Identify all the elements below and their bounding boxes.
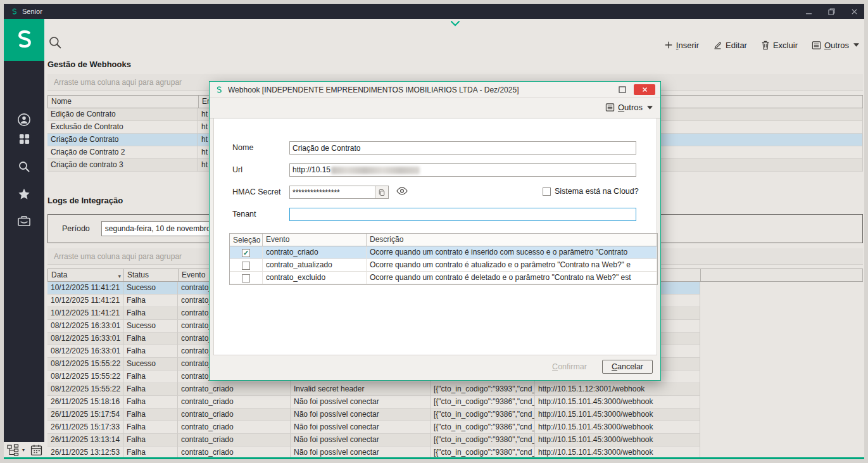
hmac-input[interactable] xyxy=(290,186,375,198)
cloud-checkbox-group: Sistema está na Cloud? xyxy=(543,187,639,196)
column-header-selecao[interactable]: Seleção xyxy=(230,234,263,246)
inserir-button[interactable]: Inserir xyxy=(664,41,699,50)
apps-grid-icon[interactable] xyxy=(4,130,44,147)
collapse-chevron-down-icon[interactable] xyxy=(450,20,460,27)
senior-s-icon xyxy=(215,86,223,94)
senior-logo[interactable] xyxy=(4,19,44,61)
event-evento-cell: contrato_excluido xyxy=(263,272,367,284)
event-row[interactable]: contrato_excluidoOcorre quando um contra… xyxy=(230,272,657,284)
event-checkbox[interactable]: ✓ xyxy=(242,249,250,257)
log-row[interactable]: 26/11/2025 15:17:54Falhacontrato_criadoN… xyxy=(47,409,700,421)
log-row[interactable]: 26/11/2025 15:18:16Falhacontrato_criadoN… xyxy=(47,396,700,409)
confirmar-button[interactable]: Confirmar xyxy=(552,362,587,371)
page-search-icon[interactable] xyxy=(48,35,62,49)
event-evento-cell: contrato_criado xyxy=(263,246,367,259)
cancelar-button[interactable]: Cancelar xyxy=(602,360,653,374)
log-data-cell: 08/12/2025 16:33:01 xyxy=(47,320,123,333)
tree-view-icon[interactable] xyxy=(7,444,19,456)
log-status-cell: Falha xyxy=(123,434,178,447)
event-evento-cell: contrato_atualizado xyxy=(263,259,367,272)
event-row[interactable]: contrato_atualizadoOcorre quando um cont… xyxy=(230,259,657,272)
dialog-close-button[interactable] xyxy=(634,84,655,95)
dialog-footer: Confirmar Cancelar xyxy=(210,360,653,374)
restore-icon[interactable] xyxy=(827,8,835,15)
log-status-cell: Falha xyxy=(123,421,178,434)
log-url-cell: http://10.15.101.45:3000/webhook xyxy=(535,421,700,434)
dialog-outros-label: Outros xyxy=(618,103,643,112)
log-url-cell: http://10.15.101.45:3000/webhook xyxy=(535,396,700,409)
log-status-cell: Sucesso xyxy=(123,358,178,371)
bottom-toolbar: ▾ xyxy=(7,444,42,456)
dialog-outros-button[interactable]: Outros xyxy=(605,103,653,112)
log-evento-cell: contrato_criado xyxy=(178,434,291,447)
events-rows: ✓contrato_criadoOcorre quando um contrat… xyxy=(230,246,657,284)
log-status-cell: Falha xyxy=(123,409,178,421)
briefcase-icon[interactable] xyxy=(4,213,44,229)
log-payload-cell: [{"cto_in_codigo":"9393","cnd_in_codigo"… xyxy=(431,383,535,396)
event-checkbox[interactable] xyxy=(242,262,250,270)
log-mensagem-cell: Não foi possível conectar xyxy=(291,396,431,409)
event-row[interactable]: ✓contrato_criadoOcorre quando um contrat… xyxy=(230,246,657,259)
eye-icon[interactable] xyxy=(396,187,408,197)
column-header-descricao[interactable]: Descrição xyxy=(367,234,657,246)
webhook-nome-cell: Criação de Contrato 2 xyxy=(47,146,198,159)
sort-caret-icon[interactable]: ▾ xyxy=(118,270,121,281)
log-evento-cell: contrato_criado xyxy=(178,409,291,421)
nome-input[interactable] xyxy=(289,141,636,155)
event-descricao-cell: Ocorre quando um contrato é atualizado e… xyxy=(367,259,657,272)
webhook-dialog: Webhook [INDEPENDENTE EMPREENDIMENTOS IM… xyxy=(209,81,661,381)
page-title: Gestão de Webhooks xyxy=(47,60,131,69)
excluir-button[interactable]: Excluir xyxy=(761,40,798,50)
events-header: Seleção Evento Descrição xyxy=(230,234,657,246)
accent-bottom-bar xyxy=(4,457,864,459)
event-descricao-cell: Ocorre quando um contrato é inserido com… xyxy=(367,246,657,259)
tenant-label: Tenant xyxy=(232,208,256,221)
log-row[interactable]: 08/12/2025 15:55:22Falhacontrato_criadoI… xyxy=(47,383,700,396)
log-status-cell: Falha xyxy=(123,396,178,409)
log-data-cell: 08/12/2025 16:33:01 xyxy=(47,345,123,358)
tenant-input[interactable] xyxy=(289,208,636,221)
dialog-titlebar[interactable]: Webhook [INDEPENDENTE EMPREENDIMENTOS IM… xyxy=(210,82,660,98)
nome-label: Nome xyxy=(232,141,253,155)
column-header-status[interactable]: Status xyxy=(124,269,179,281)
copy-icon[interactable] xyxy=(375,186,388,198)
webhook-nome-cell: Exclusão de Contrato xyxy=(47,121,198,134)
star-icon[interactable] xyxy=(4,186,44,203)
log-data-cell: 26/11/2025 13:13:14 xyxy=(47,434,123,447)
close-icon[interactable] xyxy=(850,8,858,15)
window-titlebar: Senior xyxy=(4,4,864,19)
event-selecao-cell xyxy=(230,259,263,272)
list-icon xyxy=(812,41,821,50)
log-row[interactable]: 26/11/2025 15:17:33Falhacontrato_criadoN… xyxy=(47,421,700,434)
editar-button[interactable]: Editar xyxy=(713,41,747,50)
outros-button[interactable]: Outros xyxy=(812,41,859,50)
column-header-data[interactable]: Data▾ xyxy=(48,269,124,281)
search-icon[interactable] xyxy=(4,158,44,175)
log-mensagem-cell: Invalid secret header xyxy=(291,383,431,396)
log-status-cell: Falha xyxy=(123,371,178,383)
log-status-cell: Falha xyxy=(123,307,178,320)
maximize-icon[interactable] xyxy=(617,85,627,94)
log-row[interactable]: 26/11/2025 13:13:14Falhacontrato_criadoN… xyxy=(47,434,700,447)
column-header-evento[interactable]: Evento xyxy=(263,234,367,246)
log-status-cell: Falha xyxy=(123,295,178,307)
main-toolbar: Inserir Editar Excluir Outros xyxy=(664,40,859,50)
hmac-field xyxy=(289,186,389,199)
chevron-down-icon xyxy=(853,43,859,47)
event-checkbox[interactable] xyxy=(242,274,250,282)
chevron-down-icon[interactable]: ▾ xyxy=(22,447,25,453)
url-label: Url xyxy=(232,163,242,177)
event-selecao-cell: ✓ xyxy=(230,246,263,259)
url-input[interactable]: http://10.15 xyxy=(289,163,636,177)
column-header-nome[interactable]: Nome xyxy=(48,96,199,108)
log-data-cell: 10/12/2025 11:41:21 xyxy=(47,295,123,307)
cloud-checkbox[interactable] xyxy=(543,187,551,196)
calendar-icon[interactable] xyxy=(30,444,42,456)
plus-icon xyxy=(664,41,673,49)
webhook-nome-cell: Criação de Contrato xyxy=(47,134,198,146)
log-evento-cell: contrato_criado xyxy=(178,396,291,409)
hmac-label: HMAC Secret xyxy=(232,186,280,199)
user-icon[interactable] xyxy=(4,111,44,128)
minimize-icon[interactable] xyxy=(805,8,812,15)
dialog-title: Webhook [INDEPENDENTE EMPREENDIMENTOS IM… xyxy=(228,86,519,94)
